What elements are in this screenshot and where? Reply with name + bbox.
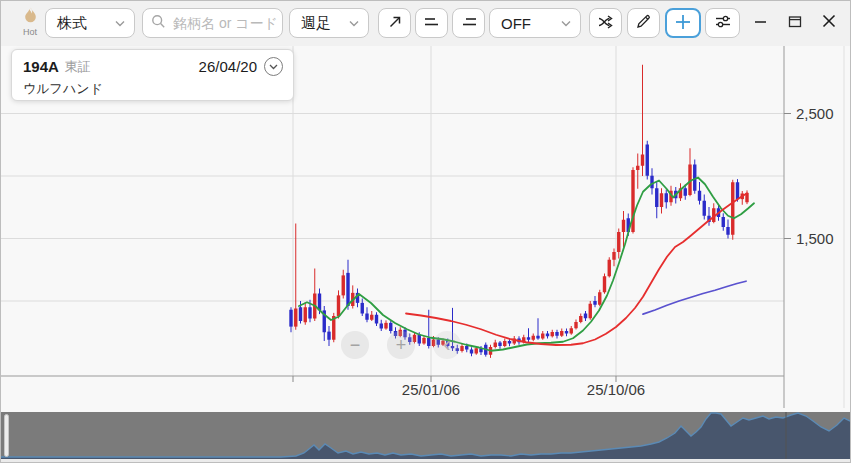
draw-tool-button[interactable]: [627, 8, 660, 38]
shuffle-icon: [597, 15, 615, 32]
maximize-button[interactable]: [782, 8, 808, 38]
minimize-icon: [754, 14, 767, 32]
panel-layout-bottom-button[interactable]: [452, 8, 485, 38]
panel-layout-top-button[interactable]: [415, 8, 448, 38]
range-navigator[interactable]: [1, 412, 851, 459]
candle-body: [361, 303, 364, 314]
candle-body: [365, 314, 368, 320]
candle-body: [636, 166, 639, 170]
candle-body: [503, 341, 506, 346]
close-icon: [822, 14, 836, 32]
market-select-value: 株式: [57, 14, 87, 33]
candle-body: [579, 316, 582, 322]
candle-body: [650, 176, 653, 189]
chart-settings-button[interactable]: [705, 8, 740, 38]
hot-ranking-button[interactable]: Hot: [14, 7, 46, 37]
candle-body: [731, 182, 734, 235]
overlay-select[interactable]: OFF: [489, 8, 581, 38]
minimize-button[interactable]: [747, 8, 773, 38]
candle-body: [418, 335, 421, 344]
time-axis-label: 25/01/06: [402, 381, 460, 398]
candle-body: [308, 307, 311, 318]
ma-short-line: [299, 178, 754, 351]
candle-body: [389, 323, 392, 331]
candle-body: [541, 334, 544, 339]
market-select[interactable]: 株式: [45, 8, 135, 38]
candle-body: [427, 338, 430, 346]
plus-icon: [674, 13, 692, 34]
candle-body: [346, 273, 349, 306]
candle-body: [665, 193, 668, 202]
pan-left-button[interactable]: ‹: [433, 331, 461, 359]
maximize-icon: [788, 14, 802, 32]
candle-body: [422, 338, 425, 344]
candle-body: [641, 155, 644, 166]
candle-body: [593, 301, 596, 305]
chevron-down-icon: [561, 20, 571, 27]
zoom-in-button[interactable]: +: [387, 331, 415, 359]
candle-body: [498, 343, 501, 347]
candle-body: [299, 307, 302, 321]
symbol-search-input[interactable]: [171, 14, 285, 32]
candle-body: [289, 310, 292, 327]
chevron-down-icon: [349, 20, 359, 27]
pencil-icon: [635, 13, 652, 33]
candle-body: [327, 332, 330, 340]
candle-body: [603, 276, 606, 292]
candle-body: [555, 332, 558, 336]
timeframe-select-value: 週足: [301, 14, 331, 33]
candle-body: [660, 193, 663, 207]
flame-icon: [23, 10, 38, 27]
toolbar: Hot 株式 週足: [1, 1, 850, 46]
bottom-strip: [1, 459, 851, 463]
close-button[interactable]: [816, 8, 842, 38]
candle-body: [380, 324, 383, 329]
candle-body: [703, 201, 706, 216]
symbol-code: 194A: [23, 58, 59, 75]
candle-body: [608, 260, 611, 277]
candle-body: [475, 348, 478, 353]
search-icon: [151, 14, 166, 32]
candle-body: [337, 295, 340, 316]
symbol-exchange: 東証: [65, 58, 199, 76]
candle-body: [294, 309, 297, 327]
zoom-out-button[interactable]: −: [341, 331, 369, 359]
timeframe-select[interactable]: 週足: [289, 8, 369, 38]
candle-body: [584, 314, 587, 319]
candle-body: [465, 346, 468, 350]
settings-sliders-icon: [714, 14, 732, 32]
candle-body: [560, 331, 563, 336]
symbol-name: ウルフハンド: [23, 80, 283, 98]
lines-right-icon: [460, 15, 478, 32]
candle-body: [684, 188, 687, 196]
candle-body: [589, 304, 592, 319]
candle-body: [617, 232, 620, 252]
candle-body: [536, 336, 539, 339]
candle-body: [375, 315, 378, 324]
candle-body: [736, 182, 739, 199]
candle-body: [384, 323, 387, 329]
candle-body: [532, 336, 535, 340]
lines-left-icon: [423, 15, 441, 32]
candle-body: [612, 252, 615, 260]
compare-shuffle-button[interactable]: [589, 8, 622, 38]
expand-details-button[interactable]: [264, 57, 283, 76]
candle-body: [551, 332, 554, 336]
add-indicator-button[interactable]: [665, 8, 701, 38]
candle-body: [494, 343, 497, 348]
hot-label: Hot: [14, 28, 46, 37]
candle-body: [646, 145, 649, 176]
candle-body: [546, 334, 549, 337]
trendline-tool-button[interactable]: [378, 8, 411, 38]
candle-body: [470, 350, 473, 354]
candle-body: [370, 315, 373, 320]
arrow-up-right-icon: [387, 14, 403, 33]
candle-body: [655, 188, 658, 207]
candle-body: [527, 337, 530, 340]
candle-body: [508, 341, 511, 344]
candle-body: [726, 227, 729, 235]
candle-body: [565, 331, 568, 334]
ma-long-line: [643, 281, 746, 314]
navigator-scroll-handle[interactable]: [4, 414, 9, 457]
candle-body: [304, 307, 307, 322]
